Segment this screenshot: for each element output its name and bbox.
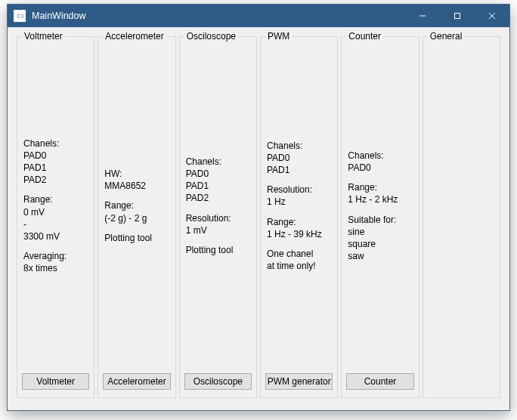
group-footer: Voltmeter — [22, 369, 89, 390]
svg-rect-1 — [455, 14, 460, 19]
client-area: VoltmeterChanels: PAD0 PAD1 PAD2Range: 0… — [8, 27, 509, 410]
group-title: General — [428, 31, 465, 42]
info-text: Range: 0 mV - 3300 mV — [23, 193, 88, 242]
group-body — [428, 43, 495, 390]
info-text: HW: MMA8652 — [104, 168, 169, 192]
titlebar: ▭ MainWindow — [8, 5, 509, 27]
group-footer: Counter — [346, 369, 413, 390]
group-title: Accelerometer — [103, 31, 166, 42]
group-general: General — [423, 36, 500, 398]
pwm-button[interactable]: PWM generator — [265, 373, 333, 390]
close-button[interactable] — [475, 5, 509, 27]
info-text: Chanels: PAD0 PAD1 — [267, 140, 331, 177]
group-osciloscope: OsciloscopeChanels: PAD0 PAD1 PAD2Resolu… — [179, 36, 257, 398]
group-accelerometer: AccelerometerHW: MMA8652Range: (-2 g) - … — [98, 36, 175, 398]
info-text: Chanels: PAD0 PAD1 PAD2 — [23, 137, 88, 187]
main-window: ▭ MainWindow VoltmeterChanels: PAD0 PAD1… — [7, 4, 510, 411]
window-title: MainWindow — [32, 11, 86, 21]
group-footer: PWM generator — [265, 369, 333, 390]
info-text: Plotting tool — [186, 244, 250, 256]
minimize-button[interactable] — [405, 5, 440, 27]
group-title: Osciloscope — [184, 31, 238, 42]
app-icon: ▭ — [14, 10, 26, 22]
maximize-button[interactable] — [440, 5, 475, 27]
group-pwm: PWMChanels: PAD0 PAD1Resolution: 1 HzRan… — [260, 36, 338, 398]
voltmeter-button[interactable]: Voltmeter — [22, 373, 89, 390]
info-text: Chanels: PAD0 PAD1 PAD2 — [186, 156, 250, 205]
info-text: Resolution: 1 mV — [186, 212, 250, 236]
group-body: Chanels: PAD0 PAD1 PAD2Range: 0 mV - 330… — [22, 43, 89, 369]
counter-button[interactable]: Counter — [346, 373, 413, 390]
group-body: Chanels: PAD0Range: 1 Hz - 2 kHzSuitable… — [346, 43, 413, 369]
group-title: Counter — [346, 31, 383, 42]
info-text: Chanels: PAD0 — [348, 150, 412, 174]
group-body: Chanels: PAD0 PAD1Resolution: 1 HzRange:… — [265, 43, 333, 369]
info-text: Plotting tool — [104, 232, 169, 244]
info-text: Suitable for: sine square saw — [348, 214, 412, 263]
group-title: Voltmeter — [22, 31, 65, 42]
info-text: Resolution: 1 Hz — [267, 184, 331, 208]
info-text: One chanel at time only! — [267, 248, 331, 272]
group-body: Chanels: PAD0 PAD1 PAD2Resolution: 1 mVP… — [184, 43, 252, 369]
info-text: Range: (-2 g) - 2 g — [104, 199, 169, 224]
info-text: Range: 1 Hz - 39 kHz — [267, 216, 331, 240]
group-counter: CounterChanels: PAD0Range: 1 Hz - 2 kHzS… — [341, 36, 419, 398]
group-footer: Accelerometer — [103, 369, 170, 390]
group-body: HW: MMA8652Range: (-2 g) - 2 gPlotting t… — [103, 43, 170, 369]
group-footer: Osciloscope — [184, 369, 252, 390]
accelerometer-button[interactable]: Accelerometer — [103, 373, 170, 390]
group-voltmeter: VoltmeterChanels: PAD0 PAD1 PAD2Range: 0… — [17, 36, 94, 398]
info-text: Range: 1 Hz - 2 kHz — [348, 181, 412, 205]
info-text: Averaging: 8x times — [23, 250, 88, 274]
osciloscope-button[interactable]: Osciloscope — [184, 373, 252, 390]
group-title: PWM — [265, 31, 292, 42]
